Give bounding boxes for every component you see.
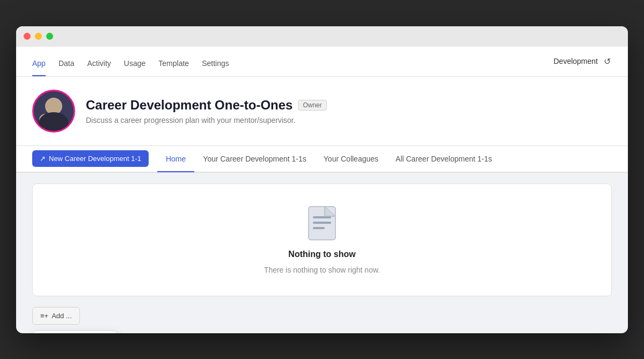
app-info: Career Development One-to-Ones Owner Dis… bbox=[86, 98, 612, 124]
maximize-button[interactable] bbox=[46, 33, 53, 40]
add-button[interactable]: ≡+ Add ... bbox=[32, 307, 80, 325]
add-section: ≡+ Add ... ≡ Post... ⊞ Schedule... bbox=[16, 307, 628, 333]
nav-item-app[interactable]: App bbox=[32, 47, 46, 76]
refresh-icon[interactable]: ↺ bbox=[602, 56, 612, 66]
new-career-dev-button[interactable]: ↗ New Career Development 1-1 bbox=[32, 150, 149, 167]
empty-state-description: There is nothing to show right now. bbox=[264, 266, 380, 274]
app-window: App Data Activity Usage Template Setting… bbox=[16, 26, 628, 333]
add-btn-icon: ≡+ bbox=[40, 312, 48, 320]
app-title-row: Career Development One-to-Ones Owner bbox=[86, 98, 612, 113]
add-dropdown-menu: ≡ Post... ⊞ Schedule... bbox=[32, 331, 118, 333]
nav-item-usage[interactable]: Usage bbox=[124, 47, 145, 76]
sub-nav: ↗ New Career Development 1-1 Home Your C… bbox=[16, 146, 628, 173]
top-nav: App Data Activity Usage Template Setting… bbox=[16, 47, 628, 77]
top-nav-right: Development ↺ bbox=[554, 56, 612, 66]
main-content: Nothing to show There is nothing to show… bbox=[16, 173, 628, 307]
environment-label: Development bbox=[554, 57, 598, 65]
new-btn-icon: ↗ bbox=[40, 155, 46, 163]
owner-badge: Owner bbox=[298, 100, 326, 111]
nav-item-template[interactable]: Template bbox=[158, 47, 189, 76]
svg-rect-2 bbox=[313, 222, 331, 224]
minimize-button[interactable] bbox=[35, 33, 42, 40]
avatar bbox=[32, 90, 75, 133]
titlebar bbox=[16, 26, 628, 47]
add-btn-label: Add ... bbox=[52, 312, 72, 320]
app-title: Career Development One-to-Ones bbox=[86, 98, 292, 113]
dropdown-item-post[interactable]: ≡ Post... bbox=[33, 331, 118, 333]
empty-state-card: Nothing to show There is nothing to show… bbox=[32, 184, 612, 296]
tab-home[interactable]: Home bbox=[157, 146, 194, 172]
nav-item-data[interactable]: Data bbox=[58, 47, 75, 76]
tab-colleagues[interactable]: Your Colleagues bbox=[315, 146, 387, 172]
document-icon bbox=[306, 206, 338, 243]
close-button[interactable] bbox=[24, 33, 31, 40]
nav-item-activity[interactable]: Activity bbox=[87, 47, 111, 76]
tab-all-career[interactable]: All Career Development 1-1s bbox=[387, 146, 501, 172]
app-description: Discuss a career progression plan with y… bbox=[86, 116, 612, 124]
tab-your-career[interactable]: Your Career Development 1-1s bbox=[194, 146, 314, 172]
empty-state-title: Nothing to show bbox=[288, 250, 355, 259]
app-header: Career Development One-to-Ones Owner Dis… bbox=[16, 77, 628, 146]
new-btn-label: New Career Development 1-1 bbox=[49, 155, 141, 163]
top-nav-left: App Data Activity Usage Template Setting… bbox=[32, 47, 229, 76]
nav-item-settings[interactable]: Settings bbox=[202, 47, 229, 76]
svg-rect-3 bbox=[313, 227, 325, 229]
